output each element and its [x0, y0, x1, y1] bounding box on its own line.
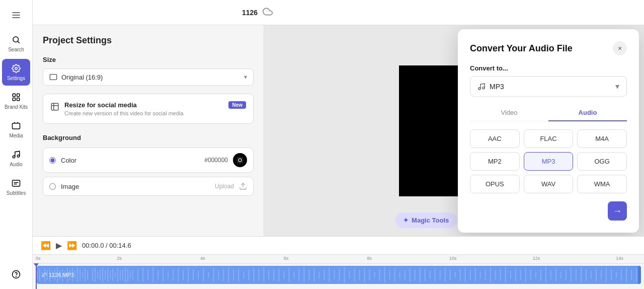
- color-radio[interactable]: [49, 157, 56, 164]
- svg-rect-18: [50, 75, 56, 80]
- svg-rect-54: [112, 269, 113, 281]
- svg-rect-150: [576, 269, 577, 280]
- svg-rect-141: [530, 269, 531, 280]
- size-select[interactable]: Original (16:9) ▾: [43, 68, 254, 86]
- svg-rect-143: [540, 269, 541, 281]
- resize-card[interactable]: Resize for social media New Create new v…: [43, 94, 254, 124]
- fast-forward-button[interactable]: ⏩: [67, 241, 77, 250]
- svg-rect-159: [621, 269, 622, 281]
- svg-rect-46: [92, 269, 93, 281]
- svg-rect-77: [208, 272, 209, 278]
- track-end-handle[interactable]: [638, 266, 641, 284]
- sidebar-item-settings[interactable]: Settings: [2, 59, 30, 86]
- format-opus[interactable]: OPUS: [470, 175, 520, 193]
- svg-rect-161: [631, 270, 632, 280]
- track-music-icon: [42, 272, 47, 277]
- svg-rect-65: [147, 269, 148, 280]
- svg-rect-25: [37, 271, 38, 279]
- timeline-track: 1126.MP3: [33, 264, 644, 289]
- ruler-0s: 0s: [36, 256, 41, 261]
- time-current: 00:00.0: [82, 242, 104, 249]
- close-button[interactable]: ×: [613, 41, 627, 55]
- image-radio[interactable]: [49, 183, 56, 190]
- svg-rect-114: [394, 268, 395, 281]
- svg-rect-157: [611, 269, 612, 280]
- svg-rect-75: [198, 271, 199, 279]
- format-wav[interactable]: WAV: [524, 175, 574, 193]
- format-ogg[interactable]: OGG: [577, 152, 627, 171]
- svg-rect-152: [586, 269, 587, 281]
- svg-rect-93: [288, 268, 289, 282]
- sidebar-item-media[interactable]: Media: [2, 116, 30, 143]
- svg-rect-67: [157, 270, 158, 279]
- image-radio-label: Image: [61, 183, 210, 190]
- tab-audio[interactable]: Audio: [548, 105, 627, 121]
- svg-rect-95: [298, 269, 299, 281]
- hamburger-button[interactable]: [2, 5, 30, 25]
- arrow-right-icon: →: [613, 206, 622, 216]
- color-radio-row[interactable]: Color #000000: [43, 148, 254, 173]
- tab-video[interactable]: Video: [470, 105, 548, 121]
- convert-next-button[interactable]: →: [608, 201, 627, 221]
- modal-title: Convert Your Audio File: [470, 43, 573, 54]
- svg-rect-57: [120, 270, 121, 279]
- svg-point-163: [42, 275, 44, 277]
- svg-rect-61: [130, 271, 131, 278]
- search-icon: [11, 34, 22, 45]
- svg-rect-102: [334, 270, 335, 279]
- resize-card-content: Resize for social media New Create new v…: [64, 101, 246, 116]
- format-select-dropdown[interactable]: MP3 ▾: [470, 76, 627, 97]
- audio-track[interactable]: 1126.MP3: [37, 266, 641, 284]
- play-button[interactable]: ▶: [56, 241, 62, 250]
- dropdown-chevron-icon: ▾: [615, 82, 619, 91]
- svg-point-20: [238, 159, 242, 162]
- svg-rect-127: [460, 269, 461, 281]
- format-mp2[interactable]: MP2: [470, 152, 520, 171]
- music-icon: [477, 83, 486, 91]
- svg-rect-140: [525, 268, 526, 282]
- format-flac[interactable]: FLAC: [524, 129, 574, 148]
- svg-rect-76: [203, 268, 204, 281]
- svg-rect-13: [13, 180, 20, 186]
- image-radio-row[interactable]: Image Upload: [43, 177, 254, 196]
- svg-rect-154: [596, 268, 597, 281]
- sidebar-item-help[interactable]: [2, 265, 30, 284]
- media-icon: [11, 120, 22, 131]
- svg-rect-105: [349, 271, 350, 279]
- svg-rect-112: [384, 267, 385, 282]
- svg-rect-85: [248, 270, 249, 280]
- sidebar-bottom: [2, 265, 30, 284]
- main-area: 1126 Project Settings Size Original (16:…: [33, 0, 644, 289]
- format-m4a[interactable]: M4A: [577, 129, 627, 148]
- svg-rect-132: [485, 269, 486, 280]
- timeline-area: ⏪ ▶ ⏩ 00:00.0 / 00:14.6 0s 2s 4s 6s 8s 1…: [33, 236, 644, 289]
- subtitles-icon: [11, 178, 22, 189]
- svg-rect-53: [110, 271, 111, 279]
- rewind-button[interactable]: ⏪: [41, 241, 51, 250]
- format-aac[interactable]: AAC: [470, 129, 520, 148]
- format-wma[interactable]: WMA: [577, 175, 627, 193]
- top-bar: 1126: [33, 0, 644, 25]
- svg-rect-72: [183, 270, 184, 280]
- sidebar-item-brand-kits[interactable]: Brand Kits: [2, 88, 30, 114]
- svg-rect-41: [77, 267, 78, 282]
- svg-rect-88: [263, 267, 264, 282]
- time-display: 00:00.0 / 00:14.6: [82, 242, 131, 249]
- sidebar-item-subtitles[interactable]: Subtitles: [2, 174, 30, 200]
- svg-point-24: [482, 87, 485, 89]
- upload-label[interactable]: Upload: [215, 183, 234, 190]
- sidebar-item-audio[interactable]: Audio: [2, 145, 30, 172]
- audio-track-label: 1126.MP3: [42, 272, 74, 278]
- svg-rect-146: [555, 268, 556, 281]
- svg-rect-45: [87, 270, 88, 279]
- svg-rect-98: [313, 268, 314, 281]
- color-circle[interactable]: [233, 153, 247, 167]
- sidebar-item-search[interactable]: Search: [2, 30, 30, 57]
- time-total: 00:14.6: [109, 242, 131, 249]
- svg-rect-100: [324, 269, 325, 280]
- svg-rect-104: [344, 267, 345, 282]
- svg-rect-115: [399, 271, 400, 278]
- format-mp3[interactable]: MP3: [524, 152, 574, 171]
- svg-rect-130: [475, 268, 476, 281]
- svg-rect-153: [591, 271, 592, 279]
